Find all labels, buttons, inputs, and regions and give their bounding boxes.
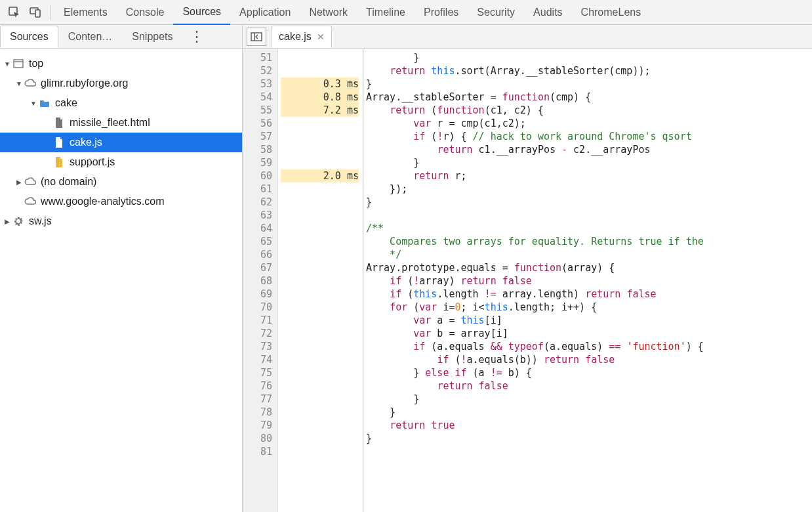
code-line[interactable]: Array.prototype.equals = function(array)… [366,261,812,274]
panel-tab-security[interactable]: Security [468,0,524,25]
line-number[interactable]: 60 [245,169,272,182]
tree-item[interactable]: missile_fleet.html [0,113,242,133]
line-number[interactable]: 54 [245,91,272,104]
tree-item[interactable]: ▼cake [0,93,242,113]
editor-tab-cakejs[interactable]: cake.js ✕ [272,26,332,48]
code-line[interactable]: var b = array[i] [366,327,812,340]
line-number[interactable]: 64 [245,222,272,235]
line-number[interactable]: 69 [245,288,272,301]
code-line[interactable]: } [366,432,812,445]
tree-item[interactable]: support.js [0,152,242,172]
profiling-time: 0.3 ms [281,77,359,91]
line-number[interactable]: 78 [245,406,272,419]
code-line[interactable] [366,209,812,222]
code-line[interactable]: return r; [366,169,812,182]
tree-item[interactable]: ▶sw.js [0,211,242,231]
line-number[interactable]: 81 [245,445,272,458]
line-number[interactable]: 71 [245,314,272,327]
code-line[interactable]: if (a.equals && typeof(a.equals) == 'fun… [366,340,812,353]
close-icon[interactable]: ✕ [317,32,325,42]
chevron-down-icon[interactable]: ▼ [29,100,38,107]
panel-tab-application[interactable]: Application [230,0,300,25]
line-number[interactable]: 68 [245,274,272,288]
panel-tab-timeline[interactable]: Timeline [357,0,415,25]
code-line[interactable]: } [366,393,812,406]
navigator-tab-0[interactable]: Sources [0,26,58,48]
line-number[interactable]: 53 [245,77,272,91]
code-line[interactable]: if (!r) { // hack to work around Chrome'… [366,130,812,143]
code-line[interactable]: var a = this[i] [366,314,812,327]
code-line[interactable]: } [366,196,812,209]
line-number[interactable]: 63 [245,209,272,222]
code-line[interactable]: if (!array) return false [366,274,812,288]
code-line[interactable]: if (!a.equals(b)) return false [366,353,812,366]
code-content[interactable]: } return this.sort(Array.__stableSorter(… [363,49,812,512]
line-number[interactable]: 59 [245,156,272,169]
code-editor[interactable]: 5152535455565758596061626364656667686970… [243,49,812,512]
line-number[interactable]: 66 [245,248,272,261]
line-number[interactable]: 52 [245,64,272,77]
line-number[interactable]: 58 [245,143,272,156]
line-number[interactable]: 61 [245,182,272,196]
line-number[interactable]: 80 [245,432,272,445]
code-line[interactable]: return (function(c1, c2) { [366,104,812,117]
line-number[interactable]: 51 [245,51,272,64]
panel-tab-network[interactable]: Network [300,0,357,25]
line-number[interactable]: 65 [245,235,272,248]
line-number[interactable]: 70 [245,301,272,314]
code-line[interactable]: return true [366,419,812,432]
chevron-down-icon[interactable]: ▼ [14,80,24,87]
code-line[interactable]: for (var i=0; i<this.length; i++) { [366,301,812,314]
code-line[interactable]: /** [366,222,812,235]
code-line[interactable]: } [366,77,812,91]
code-line[interactable]: } [366,51,812,64]
code-line[interactable]: var r = cmp(c1,c2); [366,117,812,130]
chevron-down-icon[interactable]: ▼ [3,60,12,68]
panel-tab-chromelens[interactable]: ChromeLens [572,0,651,25]
line-number[interactable]: 72 [245,327,272,340]
more-tabs-icon[interactable]: ⋮ [183,28,211,45]
code-line[interactable]: } [366,406,812,419]
navigator-tab-2[interactable]: Snippets [122,26,182,48]
chevron-right-icon[interactable]: ▶ [3,218,12,225]
code-line[interactable]: } [366,156,812,169]
panel-tab-sources[interactable]: Sources [173,0,230,26]
line-number[interactable]: 76 [245,379,272,393]
device-toggle-button[interactable] [25,0,46,25]
code-line[interactable]: return c1.__arrayPos - c2.__arrayPos [366,143,812,156]
line-number[interactable]: 62 [245,196,272,209]
code-line[interactable]: Array.__stableSorter = function(cmp) { [366,91,812,104]
code-line[interactable]: if (this.length != array.length) return … [366,288,812,301]
line-number[interactable]: 74 [245,353,272,366]
code-line[interactable]: return false [366,379,812,393]
panel-tab-console[interactable]: Console [117,0,174,25]
code-line[interactable] [366,445,812,458]
line-number[interactable]: 77 [245,393,272,406]
line-number[interactable]: 55 [245,104,272,117]
tree-item[interactable]: cake.js [0,133,242,152]
chevron-right-icon[interactable]: ▶ [14,179,24,186]
file-navigator[interactable]: ▼top▼glimr.rubyforge.org▼cakemissile_fle… [0,49,243,512]
panel-tab-profiles[interactable]: Profiles [415,0,468,25]
navigator-tab-1[interactable]: Conten… [58,26,123,48]
tree-item[interactable]: ▶(no domain) [0,172,242,192]
code-line[interactable]: return this.sort(Array.__stableSorter(cm… [366,64,812,77]
tree-item[interactable]: ▼glimr.rubyforge.org [0,74,242,93]
toggle-navigator-button[interactable] [247,28,266,46]
panel-tab-elements[interactable]: Elements [54,0,117,25]
code-line[interactable]: }); [366,182,812,196]
code-line[interactable]: */ [366,248,812,261]
inspect-element-button[interactable] [4,0,25,25]
code-line[interactable]: } else if (a != b) { [366,366,812,379]
line-number[interactable]: 67 [245,261,272,274]
code-line[interactable]: Compares two arrays for equality. Return… [366,235,812,248]
line-number[interactable]: 79 [245,419,272,432]
line-number[interactable]: 73 [245,340,272,353]
line-number[interactable]: 56 [245,117,272,130]
tree-item[interactable]: ▼top [0,54,242,74]
panel-tab-audits[interactable]: Audits [524,0,571,25]
line-number[interactable]: 75 [245,366,272,379]
tree-item[interactable]: www.google-analytics.com [0,192,242,211]
tree-item-label: support.js [70,156,115,168]
line-number[interactable]: 57 [245,130,272,143]
